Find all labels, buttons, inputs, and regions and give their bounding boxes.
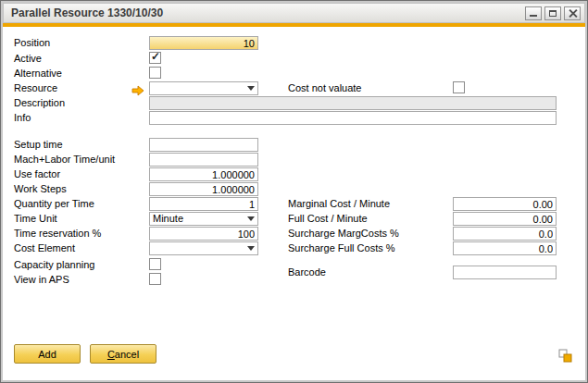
surcharge-margcosts-label: Surcharge MargCosts %: [288, 227, 399, 241]
maximize-icon: [549, 10, 557, 17]
cost-element-combo[interactable]: [149, 241, 258, 255]
close-icon: [569, 9, 577, 18]
window-title: Parallel Resource 1330/10/30: [11, 6, 522, 19]
surcharge-full-costs-input[interactable]: [453, 241, 557, 255]
cost-element-label: Cost Element: [14, 241, 75, 255]
quantity-per-time-input[interactable]: [149, 197, 258, 211]
view-in-aps-checkbox[interactable]: [149, 273, 161, 285]
quantity-per-time-label: Quantity per Time: [14, 197, 94, 211]
time-reservation-input[interactable]: [149, 227, 258, 241]
alternative-label: Alternative: [14, 67, 62, 80]
use-factor-input[interactable]: [149, 167, 258, 181]
close-button[interactable]: [564, 6, 581, 20]
surcharge-full-costs-label: Surcharge Full Costs %: [288, 241, 395, 255]
time-unit-label: Time Unit: [14, 212, 57, 226]
active-checkbox[interactable]: [149, 52, 161, 64]
chevron-down-icon: [247, 86, 255, 91]
chevron-down-icon: [247, 246, 255, 251]
maximize-button[interactable]: [544, 6, 561, 20]
use-factor-label: Use factor: [14, 167, 60, 181]
time-unit-combo-value: Minute: [153, 213, 183, 225]
time-unit-combo[interactable]: Minute: [149, 212, 258, 226]
alternative-checkbox[interactable]: [149, 67, 161, 79]
cancel-button[interactable]: Cancel: [90, 344, 156, 364]
marginal-cost-input[interactable]: [453, 197, 557, 211]
description-input: [149, 96, 557, 110]
position-label: Position: [14, 36, 50, 50]
form-resize-icon[interactable]: [558, 349, 572, 363]
full-cost-label: Full Cost / Minute: [288, 212, 368, 226]
setup-time-input[interactable]: [149, 138, 258, 152]
titlebar[interactable]: Parallel Resource 1330/10/30: [3, 3, 585, 23]
resource-combo[interactable]: [149, 81, 258, 95]
mach-labor-time-input[interactable]: [149, 153, 258, 167]
description-label: Description: [14, 96, 65, 110]
chevron-down-icon: [247, 216, 255, 221]
view-in-aps-label: View in APS: [14, 273, 69, 287]
surcharge-margcosts-input[interactable]: [453, 227, 557, 241]
work-steps-label: Work Steps: [14, 182, 67, 196]
active-label: Active: [14, 52, 42, 66]
add-button[interactable]: Add: [14, 344, 81, 364]
link-arrow-icon[interactable]: [131, 83, 144, 94]
barcode-label: Barcode: [288, 266, 326, 279]
time-reservation-label: Time reservation %: [14, 227, 101, 241]
form-body: Position Active Alternative Resource Cos…: [3, 27, 585, 380]
info-input[interactable]: [149, 111, 557, 125]
minimize-button[interactable]: [525, 6, 542, 20]
cost-not-valuate-checkbox[interactable]: [453, 81, 465, 93]
minimize-icon: [530, 15, 537, 17]
resource-label: Resource: [14, 81, 57, 95]
setup-time-label: Setup time: [14, 138, 63, 152]
capacity-planning-label: Capacity planning: [14, 258, 94, 272]
cost-not-valuate-label: Cost not valuate: [288, 81, 362, 95]
work-steps-input[interactable]: [149, 182, 258, 196]
mach-labor-time-label: Mach+Labor Time/unit: [14, 153, 115, 167]
full-cost-input[interactable]: [453, 212, 557, 226]
barcode-input[interactable]: [453, 266, 557, 279]
position-input[interactable]: [149, 36, 258, 50]
capacity-planning-checkbox[interactable]: [149, 258, 161, 270]
marginal-cost-label: Marginal Cost / Minute: [288, 197, 390, 211]
add-button-label: Add: [15, 346, 80, 363]
dialog-window: Parallel Resource 1330/10/30 Position Ac…: [0, 0, 588, 383]
cancel-button-label: Cancel: [91, 346, 156, 363]
info-label: Info: [14, 111, 31, 125]
